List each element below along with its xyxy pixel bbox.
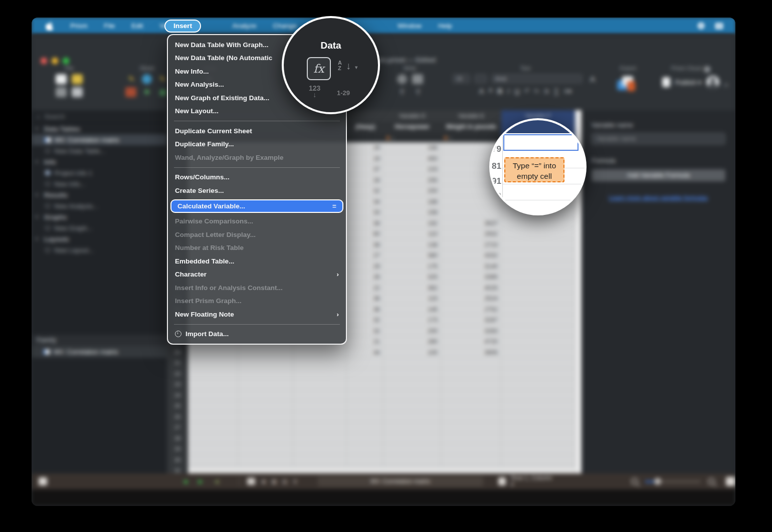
- table-cell-value[interactable]: 2752: [441, 304, 501, 315]
- table-cell-value[interactable]: 36: [347, 304, 383, 315]
- table-cell-value[interactable]: 27: [347, 250, 383, 261]
- layout-view-icon[interactable]: ≣: [293, 478, 298, 485]
- table-cell[interactable]: [293, 455, 347, 466]
- table-cell[interactable]: [501, 283, 575, 294]
- new-sheet-icon[interactable]: ✚: [141, 87, 152, 97]
- table-cell[interactable]: [347, 390, 383, 401]
- table-cell[interactable]: [441, 412, 501, 423]
- menu-item-import-data[interactable]: Import Data...: [168, 328, 346, 341]
- table-cell[interactable]: [383, 422, 441, 433]
- sidebar-item-new-data-table[interactable]: +New Data Table...: [32, 145, 167, 156]
- table-cell[interactable]: [383, 412, 441, 423]
- table-cell-value[interactable]: 19: [347, 153, 383, 164]
- sidebar-item-new-info[interactable]: +New Info...: [32, 178, 167, 189]
- bold-icon[interactable]: B: [497, 87, 502, 95]
- rename-sheet-icon[interactable]: ✎: [126, 74, 137, 84]
- italic-icon[interactable]: I: [507, 87, 509, 95]
- table-cell[interactable]: [501, 444, 575, 455]
- table-cell[interactable]: [501, 326, 575, 337]
- table-cell-value[interactable]: 4332: [441, 250, 501, 261]
- sidebar-section-layouts[interactable]: ▾Layouts: [32, 233, 167, 244]
- table-cell[interactable]: [383, 369, 441, 380]
- back-sheet-icon[interactable]: ◀: [214, 478, 219, 485]
- table-cell-value[interactable]: 188: [383, 196, 441, 207]
- format-chevron-icon[interactable]: ▾: [392, 136, 394, 141]
- table-cell[interactable]: [188, 455, 238, 466]
- table-cell-value[interactable]: 192: [383, 218, 441, 229]
- delete-sheet-icon[interactable]: [125, 87, 136, 97]
- menubar-item-analyze[interactable]: Analyze: [233, 22, 257, 30]
- table-cell[interactable]: [188, 444, 238, 455]
- table-view-icon[interactable]: [247, 478, 255, 485]
- table-cell[interactable]: [501, 250, 575, 261]
- table-cell-value[interactable]: 33: [347, 207, 383, 218]
- table-cell[interactable]: [501, 218, 575, 229]
- table-cell[interactable]: [501, 422, 575, 433]
- apple-menu-icon[interactable]: [46, 22, 54, 31]
- disclosure-triangle-icon[interactable]: ▾: [36, 192, 41, 197]
- text-box-icon[interactable]: T: [413, 87, 424, 97]
- table-cell[interactable]: [501, 261, 575, 272]
- menu-item-create-series[interactable]: Create Series...: [168, 184, 346, 197]
- table-cell[interactable]: [383, 379, 441, 390]
- table-cell-value[interactable]: 2524: [441, 293, 501, 304]
- zoom-slider[interactable]: [645, 481, 701, 482]
- table-cell-value[interactable]: 4720: [441, 336, 501, 347]
- sidebar-section-results[interactable]: ▾Results: [32, 189, 167, 200]
- table-cell[interactable]: [188, 347, 238, 358]
- menubar-item-file[interactable]: File: [104, 22, 115, 30]
- variable-name-input[interactable]: Variable name: [592, 133, 725, 145]
- table-cell[interactable]: [501, 315, 575, 326]
- table-cell-value[interactable]: 173: [383, 315, 441, 326]
- table-cell[interactable]: [238, 455, 293, 466]
- menubar-item-insert-active[interactable]: Insert: [164, 20, 201, 33]
- table-cell-value[interactable]: 450: [383, 153, 441, 164]
- menu-item-embedded-table[interactable]: Embedded Table...: [168, 254, 346, 268]
- table-cell-value[interactable]: 32: [347, 326, 383, 337]
- table-cell-value[interactable]: 34: [347, 196, 383, 207]
- table-cell[interactable]: [441, 444, 501, 455]
- table-cell[interactable]: [188, 412, 238, 423]
- current-sheet-field[interactable]: MV: Correlation matrix: [318, 476, 483, 486]
- zoom-slider-thumb[interactable]: [654, 478, 661, 485]
- fullscreen-icon[interactable]: [726, 477, 735, 486]
- export-orange-doc-icon[interactable]: [627, 81, 635, 91]
- note-icon[interactable]: [412, 74, 423, 84]
- shrink-font-icon[interactable]: A: [489, 87, 492, 95]
- table-cell[interactable]: [501, 412, 575, 423]
- table-cell[interactable]: [383, 455, 441, 466]
- table-cell[interactable]: [347, 455, 383, 466]
- table-cell-value[interactable]: 325: [383, 272, 441, 283]
- close-window-button[interactable]: [41, 58, 47, 64]
- sidebar-section-data-tables[interactable]: ▾Data Tables: [32, 123, 167, 134]
- table-cell[interactable]: [293, 444, 347, 455]
- table-cell[interactable]: [238, 379, 293, 390]
- table-cell-value[interactable]: 3385: [441, 272, 501, 283]
- equation-icon[interactable]: ∑: [554, 87, 559, 95]
- table-cell-value[interactable]: [441, 196, 501, 207]
- table-cell-value[interactable]: 382: [383, 283, 441, 294]
- table-cell[interactable]: [293, 358, 347, 369]
- table-cell[interactable]: [347, 433, 383, 444]
- style-menu-icon[interactable]: ≡▾: [564, 87, 571, 95]
- family-sheet-item[interactable]: MV: Correlation matrix: [32, 346, 167, 358]
- number-format-icon[interactable]: 123↓: [309, 85, 320, 98]
- table-cell[interactable]: [347, 358, 383, 369]
- menu-item-duplicate-current-sheet[interactable]: Duplicate Current Sheet: [168, 124, 346, 138]
- table-cell[interactable]: [383, 433, 441, 444]
- superscript-icon[interactable]: x²: [525, 87, 529, 95]
- table-cell[interactable]: [293, 401, 347, 412]
- table-cell[interactable]: [501, 390, 575, 401]
- table-cell-value[interactable]: 2932: [441, 228, 501, 239]
- menu-item-character[interactable]: Character›: [168, 268, 346, 282]
- table-cell[interactable]: [293, 433, 347, 444]
- table-cell[interactable]: [501, 358, 575, 369]
- table-cell-value[interactable]: 28: [347, 175, 383, 186]
- table-cell[interactable]: [441, 433, 501, 444]
- menubar-item-edit[interactable]: Edit: [131, 22, 143, 30]
- table-cell[interactable]: [293, 369, 347, 380]
- column-title[interactable]: Horsepower: [383, 121, 441, 132]
- font-size-stepper[interactable]: [475, 74, 487, 83]
- table-cell[interactable]: [441, 379, 501, 390]
- highlight-sheet-icon[interactable]: ✎: [157, 74, 168, 84]
